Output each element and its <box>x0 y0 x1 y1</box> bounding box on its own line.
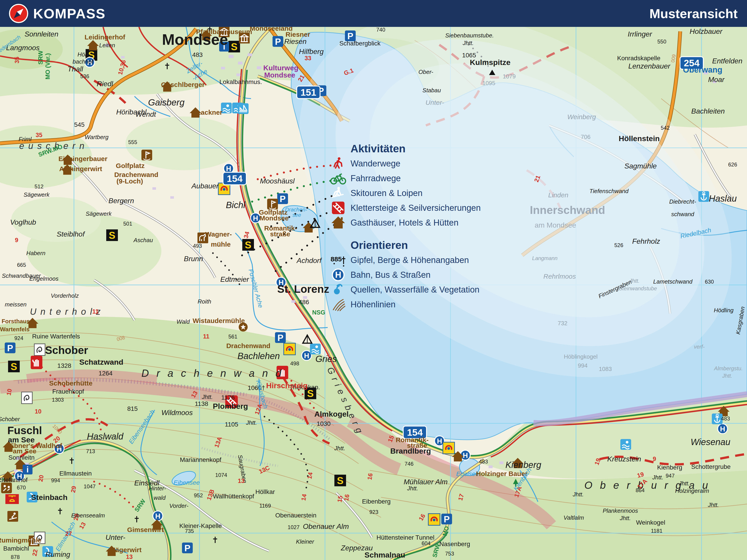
map-label: Haslwald <box>87 431 124 441</box>
map-label: meissen <box>5 301 27 308</box>
map-label: 11 <box>92 308 99 315</box>
p-map-icon <box>182 542 193 553</box>
map-label: see <box>292 212 301 218</box>
map-label: 923 <box>369 509 378 515</box>
map-label: Bachleiten <box>691 107 725 115</box>
map-label: Entfelden <box>712 57 742 65</box>
map-label: Thall <box>68 65 83 73</box>
map-label: Sagmühle <box>624 162 657 170</box>
h-map-icon <box>153 511 163 521</box>
map-label: Pfahlbaumuseum <box>196 28 252 35</box>
map-label: 35 <box>36 132 42 138</box>
svg-text:151: 151 <box>301 87 316 98</box>
anchor-map-icon <box>698 191 709 202</box>
map-label: Schafbergblick <box>339 40 381 47</box>
map-label: 9 <box>15 237 18 243</box>
legend-item-label: Skitouren & Loipen <box>351 188 422 198</box>
map-label: 924 <box>14 335 23 341</box>
map-label: 1083 <box>599 366 612 372</box>
map-label: Jhtt. <box>652 474 663 481</box>
map-label: Leidingerhof <box>84 33 126 41</box>
map-label: 14 <box>306 472 314 480</box>
s-map-icon <box>106 230 118 241</box>
map-label: MO (Var.) <box>44 53 51 79</box>
map-label: 1138 <box>195 400 208 407</box>
map-label: Fehrholz <box>632 237 660 245</box>
map-label: 35 <box>14 57 20 63</box>
svg-text:154: 154 <box>227 174 243 184</box>
map-label: Aschau <box>133 237 153 243</box>
map-label: Hüttensteiner Tunnel <box>377 534 434 541</box>
map-label: Wildmoos <box>161 408 193 417</box>
map-label: Jhtt. <box>629 278 639 284</box>
legend-item-gipfel: 885 Gipfel, Berge & Höhenangaben <box>329 253 481 267</box>
map-label: Jhtt. <box>334 445 345 452</box>
map-label: 1065 <box>462 52 476 59</box>
map-label: 746 <box>405 461 413 467</box>
legend-item-bahn: H Bahn, Bus & Straßen <box>329 267 481 282</box>
map-label: Mooshäusl <box>260 177 295 185</box>
peak-icon: 885 <box>329 253 347 267</box>
bus-map-icon <box>284 343 295 355</box>
map-label: Vorderholz <box>51 292 79 299</box>
map-label: 536 <box>80 73 89 79</box>
legend-activities-title: Aktivitäten <box>351 142 481 155</box>
bus-map-icon <box>428 514 440 525</box>
map-label: Schatzwand <box>79 358 123 366</box>
s-map-icon <box>334 475 346 486</box>
map-label: Lokalbahnmus. <box>220 78 262 85</box>
map-label: Steiblhof <box>57 230 85 238</box>
map-label: Wald <box>177 318 190 325</box>
map-label: Steinbach <box>31 493 68 502</box>
map-label: Bichl <box>226 200 246 210</box>
map-label: Hilfberg <box>299 48 324 56</box>
legend-item-skitouren: Skitouren & Loipen <box>329 186 481 201</box>
map-label: Siebenbaumstube. <box>445 32 494 39</box>
golf-map-icon <box>267 199 278 209</box>
map-label: Riedl <box>97 80 113 88</box>
kompass-logo[interactable]: KOMPASS <box>9 4 106 23</box>
map-label: Obenauerstein <box>275 512 316 519</box>
map-label: Sonnleiten <box>24 30 58 38</box>
map-label: Schober <box>0 416 20 423</box>
brand-name: KOMPASS <box>33 6 106 22</box>
bike-icon <box>329 171 347 185</box>
map-label: Eichingerbauer <box>58 155 108 162</box>
legend-item-label: Wanderwege <box>351 159 401 168</box>
map-label: 740 <box>376 27 385 33</box>
svg-text:885: 885 <box>331 256 342 263</box>
map-label: Göschlberger <box>161 81 205 88</box>
map-label: Lackner <box>197 109 222 116</box>
swim-map-icon <box>310 344 321 354</box>
map-label: 15 <box>336 495 344 503</box>
map-label: 952 <box>194 492 203 499</box>
map-label: 20 <box>37 475 45 482</box>
map-label: Drachen- <box>285 207 307 213</box>
map-label: Riesner <box>286 31 310 38</box>
map-label: Holzinger Bauer <box>476 470 527 477</box>
map-label: 994 <box>578 362 587 369</box>
play-map-icon <box>1 482 12 493</box>
bus-map-icon <box>443 442 455 454</box>
map-legend: Aktivitäten Wanderwege Fahrradwege Skito… <box>329 142 481 312</box>
map-label: Eibensee <box>174 479 200 486</box>
map-label: Vorder- <box>169 502 188 509</box>
map-label: Aubauer <box>191 182 219 190</box>
map-label: Kienberg <box>506 460 541 470</box>
map-label: Jhtt. <box>246 419 257 426</box>
map-label: 545 <box>74 121 85 128</box>
map-label: Schmalnau <box>364 551 405 559</box>
map-label: 1176 <box>221 394 235 401</box>
contour-icon <box>329 297 347 312</box>
ski-icon <box>329 186 347 200</box>
map-label: Habern <box>26 250 45 257</box>
map-label: Gaisberg <box>148 98 184 107</box>
map-label: 501 <box>123 221 132 227</box>
map-label: Kulmspitze <box>470 58 510 66</box>
map-label: 815 <box>127 405 138 412</box>
map-label: Eibenberg <box>362 498 391 505</box>
map-label: Schoberhütte <box>49 379 92 387</box>
p-map-icon <box>5 343 16 353</box>
map-label: Höribachl <box>116 108 147 116</box>
swim-map-icon <box>221 103 232 113</box>
